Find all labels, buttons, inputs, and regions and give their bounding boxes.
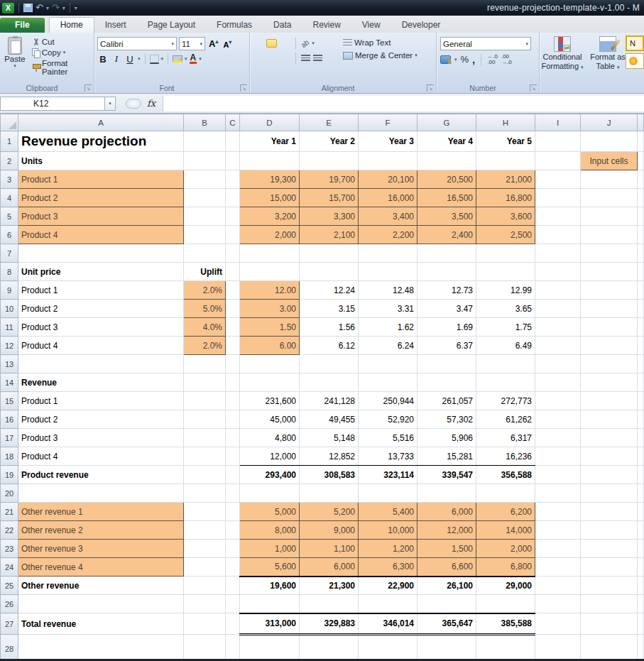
cell-D2[interactable] [240, 152, 300, 170]
cell-E24[interactable]: 6,000 [300, 558, 359, 577]
cell-D26[interactable] [240, 595, 300, 613]
cell-E9[interactable]: 12.24 [300, 281, 359, 300]
cell-F1[interactable]: Year 3 [359, 131, 417, 152]
cell-G13[interactable] [417, 355, 476, 373]
cell-E2[interactable] [300, 152, 359, 170]
cell-J2[interactable]: Input cells [581, 152, 638, 170]
align-right-button[interactable] [280, 54, 290, 62]
cell-J19[interactable] [581, 466, 638, 484]
row-header-8[interactable]: 8 [1, 263, 18, 281]
cell-A4[interactable]: Product 2 [18, 189, 184, 207]
cell-A2[interactable]: Units [18, 152, 184, 170]
increase-decimal-button[interactable]: ←.0 .00 [487, 54, 498, 65]
cell-F15[interactable]: 250,944 [359, 392, 417, 410]
column-header-B[interactable]: B [184, 114, 226, 131]
cell-C8[interactable] [226, 263, 240, 281]
cell-C26[interactable] [226, 595, 240, 613]
cell-C10[interactable] [226, 300, 240, 318]
cell-G1[interactable]: Year 4 [417, 131, 476, 152]
fill-color-button[interactable] [173, 55, 182, 62]
cell-C24[interactable] [226, 558, 240, 577]
cell-B28[interactable] [184, 635, 226, 661]
cell-I27[interactable] [535, 613, 581, 635]
cell-J11[interactable] [581, 318, 638, 337]
cell-F19[interactable]: 323,114 [359, 466, 417, 484]
cell-J14[interactable] [581, 373, 638, 392]
column-header-D[interactable]: D [240, 114, 300, 131]
column-header-C[interactable]: C [226, 114, 240, 131]
column-header-H[interactable]: H [476, 114, 535, 131]
cell-A17[interactable]: Product 3 [18, 429, 184, 447]
cell-J27[interactable] [581, 613, 638, 635]
tab-review[interactable]: Review [302, 18, 351, 33]
cell-B1[interactable] [184, 131, 226, 152]
cell-B2[interactable] [184, 152, 226, 170]
cell-filler-8[interactable] [638, 263, 644, 281]
column-header-A[interactable]: A [18, 114, 184, 131]
cell-H10[interactable]: 3.65 [476, 300, 535, 318]
cell-G8[interactable] [417, 263, 476, 281]
cell-J20[interactable] [581, 484, 638, 503]
cell-E19[interactable]: 308,583 [300, 466, 359, 484]
cell-I14[interactable] [535, 373, 581, 392]
cell-filler-27[interactable] [638, 613, 644, 635]
cell-E27[interactable]: 329,883 [300, 613, 359, 635]
cell-G15[interactable]: 261,057 [417, 392, 476, 410]
undo-icon[interactable]: ↶ [36, 4, 43, 12]
cell-D19[interactable]: 293,400 [240, 466, 300, 484]
cell-filler-5[interactable] [638, 207, 644, 226]
cell-D18[interactable]: 12,000 [240, 447, 300, 466]
cell-B24[interactable] [184, 558, 226, 577]
cell-E22[interactable]: 9,000 [300, 521, 359, 540]
cell-H4[interactable]: 16,800 [476, 189, 535, 207]
tab-insert[interactable]: Insert [94, 18, 137, 33]
cell-F13[interactable] [359, 355, 417, 373]
cell-D20[interactable] [240, 484, 300, 503]
cell-I25[interactable] [535, 577, 581, 595]
cell-F18[interactable]: 13,733 [359, 447, 417, 466]
cell-F2[interactable] [359, 152, 417, 170]
cell-I8[interactable] [535, 263, 581, 281]
save-icon[interactable] [23, 4, 33, 12]
cell-J26[interactable] [581, 595, 638, 613]
row-header-15[interactable]: 15 [1, 392, 18, 410]
cell-H28[interactable] [476, 635, 535, 661]
cell-I1[interactable] [535, 131, 581, 152]
cell-A13[interactable] [18, 355, 184, 373]
font-size-select[interactable]: 11▾ [179, 37, 205, 50]
cell-C16[interactable] [226, 410, 240, 429]
cell-F7[interactable] [359, 244, 417, 263]
redo-icon[interactable]: ↷ [52, 4, 60, 12]
cell-C1[interactable] [226, 131, 240, 152]
row-header-27[interactable]: 27 [1, 613, 18, 635]
cell-I3[interactable] [535, 170, 581, 189]
cell-B26[interactable] [184, 595, 226, 613]
row-header-26[interactable]: 26 [1, 595, 18, 613]
cell-F6[interactable]: 2,200 [359, 226, 417, 244]
shrink-font-button[interactable]: A▾ [222, 39, 233, 49]
cell-E7[interactable] [300, 244, 359, 263]
cell-G17[interactable]: 5,906 [417, 429, 476, 447]
cell-D22[interactable]: 8,000 [240, 521, 300, 540]
cell-I10[interactable] [535, 300, 581, 318]
cell-C15[interactable] [226, 392, 240, 410]
cell-filler-12[interactable] [638, 337, 644, 355]
cell-D28[interactable] [240, 635, 300, 661]
cell-B6[interactable] [184, 226, 226, 244]
cell-I19[interactable] [535, 466, 581, 484]
cell-B5[interactable] [184, 207, 226, 226]
cell-C14[interactable] [226, 373, 240, 392]
number-dialog-launcher-icon[interactable]: ↘ [530, 84, 537, 92]
cell-F20[interactable] [359, 484, 417, 503]
cell-G2[interactable] [417, 152, 476, 170]
underline-dropdown-icon[interactable]: ▾ [138, 56, 141, 62]
cell-I24[interactable] [535, 558, 581, 577]
cell-B15[interactable] [184, 392, 226, 410]
cell-E5[interactable]: 3,300 [300, 207, 359, 226]
row-header-22[interactable]: 22 [1, 521, 18, 540]
cell-filler-18[interactable] [638, 447, 644, 466]
cell-I12[interactable] [535, 337, 581, 355]
cell-C6[interactable] [226, 226, 240, 244]
cell-A26[interactable] [18, 595, 184, 613]
cell-J4[interactable] [581, 189, 638, 207]
